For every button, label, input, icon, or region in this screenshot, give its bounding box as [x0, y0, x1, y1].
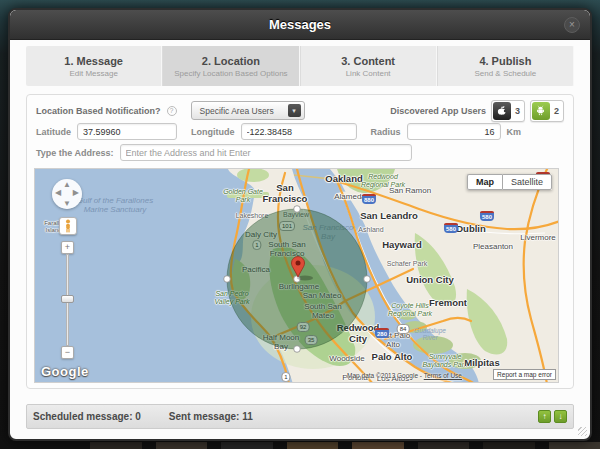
discovered-label: Discovered App Users — [390, 106, 486, 116]
address-label: Type the Address: — [36, 148, 114, 158]
longitude-field[interactable] — [241, 123, 357, 140]
background-thumbnails — [0, 442, 600, 449]
step-subtitle: Send & Schedule — [474, 69, 536, 78]
map-canvas[interactable]: Gulf of the Farallones Marine SanctuaryF… — [34, 168, 559, 383]
map-overlay-layer — [35, 169, 559, 383]
latitude-field[interactable] — [77, 123, 177, 140]
android-icon — [532, 102, 550, 120]
map-view-button[interactable]: Map — [467, 174, 502, 190]
step-title: 2. Location — [202, 55, 260, 67]
chevron-down-icon: ▾ — [288, 104, 301, 117]
close-icon[interactable]: × — [564, 17, 580, 33]
step-tab-3[interactable]: 3. ContentLink Content — [300, 46, 437, 86]
map-type-switch: Map Satellite — [467, 174, 552, 190]
scheduled-label: Scheduled message: — [33, 411, 132, 422]
modal-title: Messages — [269, 17, 331, 32]
step-title: 4. Publish — [479, 55, 531, 67]
help-icon[interactable]: ? — [167, 106, 177, 116]
scroll-down-button[interactable]: ↓ — [554, 410, 567, 423]
step-title: 1. Message — [64, 55, 123, 67]
radius-unit-label: Km — [507, 127, 522, 137]
pan-up-icon[interactable]: ▲ — [63, 180, 71, 189]
scheduled-value: 0 — [135, 411, 141, 422]
resize-grip[interactable] — [578, 427, 587, 436]
ios-users-badge[interactable]: 3 — [491, 100, 525, 122]
step-title: 3. Content — [341, 55, 395, 67]
latitude-label: Latitude — [36, 127, 71, 137]
step-tab-4[interactable]: 4. PublishSend & Schedule — [437, 46, 574, 86]
zoom-in-button[interactable]: + — [61, 241, 74, 254]
modal-header: Messages × — [10, 10, 590, 40]
radius-field[interactable] — [407, 123, 501, 140]
ios-user-count: 3 — [515, 106, 520, 116]
steps-bar: 1. MessageEdit Message2. LocationSpecify… — [26, 46, 574, 86]
modal-footer-bar: Scheduled message: 0 Sent message: 11 ↑ … — [26, 404, 574, 429]
map-attribution: Map data ©2013 Google - Terms of Use — [347, 372, 462, 379]
notification-label: Location Based Notification? — [36, 106, 161, 116]
pan-left-icon[interactable]: ◀ — [55, 188, 61, 197]
discovered-app-users: Discovered App Users 3 — [390, 100, 564, 122]
pan-right-icon[interactable]: ▶ — [73, 188, 79, 197]
location-panel: Location Based Notification? ? Specific … — [26, 94, 574, 389]
satellite-view-button[interactable]: Satellite — [502, 174, 552, 190]
terms-of-use-link[interactable]: Terms of Use — [424, 372, 462, 379]
sent-label: Sent message: — [169, 411, 240, 422]
pegman-icon[interactable] — [59, 217, 77, 235]
audience-row: Location Based Notification? ? Specific … — [34, 100, 566, 121]
audience-dropdown[interactable]: Specific Area Users ▾ — [191, 101, 305, 120]
scroll-up-button[interactable]: ↑ — [538, 410, 551, 423]
sent-value: 11 — [242, 411, 253, 422]
android-user-count: 2 — [554, 106, 559, 116]
step-subtitle: Specify Location Based Options — [174, 69, 287, 78]
address-input[interactable] — [120, 144, 412, 161]
scheduled-message-count: Scheduled message: 0 — [33, 411, 141, 422]
step-tab-2[interactable]: 2. LocationSpecify Location Based Option… — [162, 46, 299, 86]
step-tab-1[interactable]: 1. MessageEdit Message — [26, 46, 162, 86]
longitude-label: Longitude — [191, 127, 235, 137]
pan-down-icon[interactable]: ▼ — [63, 199, 71, 208]
radius-label: Radius — [371, 127, 401, 137]
zoom-out-button[interactable]: − — [61, 346, 74, 359]
address-row: Type the Address: — [34, 142, 566, 163]
step-subtitle: Edit Message — [69, 69, 117, 78]
map-pan-control[interactable]: ▲ ▼ ◀ ▶ — [52, 179, 82, 209]
step-subtitle: Link Content — [346, 69, 391, 78]
messages-modal: Messages × 1. MessageEdit Message2. Loca… — [8, 8, 592, 441]
report-map-error-button[interactable]: Report a map error — [493, 369, 556, 380]
coordinates-row: Latitude Longitude Radius Km — [34, 121, 566, 142]
attribution-text: Map data ©2013 Google - — [347, 372, 422, 379]
audience-dropdown-value: Specific Area Users — [200, 106, 274, 116]
android-users-badge[interactable]: 2 — [530, 100, 564, 122]
sent-message-count: Sent message: 11 — [169, 411, 253, 422]
apple-icon — [493, 102, 511, 120]
zoom-slider-handle[interactable] — [61, 295, 74, 303]
google-logo: Google — [41, 364, 89, 379]
